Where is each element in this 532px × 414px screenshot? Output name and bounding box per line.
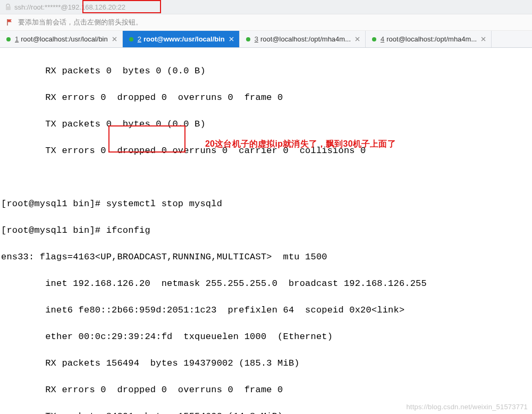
terminal-line: TX packets 0 bytes 0 (0.0 B) — [1, 117, 531, 131]
svg-rect-0 — [6, 6, 11, 10]
tab-label: root@localhost:/usr/local/bin — [21, 35, 108, 43]
session-tab-3[interactable]: 3 root@localhost:/opt/mha4m... — [240, 31, 366, 47]
session-tab-4[interactable]: 4 root@localhost:/opt/mha4m... — [366, 31, 492, 47]
terminal-line: ether 00:0c:29:39:24:fd txqueuelen 1000 … — [1, 330, 531, 343]
tab-bar: 1 root@localhost:/usr/local/bin 2 root@w… — [0, 31, 532, 48]
terminal-output[interactable]: RX packets 0 bytes 0 (0.0 B) RX errors 0… — [0, 48, 532, 414]
tab-label: root@localhost:/opt/mha4m... — [260, 35, 351, 43]
close-icon[interactable] — [112, 37, 117, 41]
close-icon[interactable] — [355, 37, 360, 41]
status-dot-icon — [6, 37, 11, 41]
tab-label: root@localhost:/opt/mha4m... — [386, 35, 477, 43]
tab-number: 2 — [138, 35, 141, 43]
hint-text: 要添加当前会话，点击左侧的箭头按钮。 — [18, 18, 142, 27]
tab-number: 3 — [255, 35, 258, 43]
tab-number: 4 — [381, 35, 384, 43]
session-tab-1[interactable]: 1 root@localhost:/usr/local/bin — [0, 31, 123, 47]
annotation-text: 20这台机子的虚拟ip就消失了，飘到30机子上面了 — [205, 137, 396, 150]
flag-icon — [6, 19, 14, 26]
terminal-line: [root@mysql1 bin]# systemctl stop mysqld — [1, 197, 531, 210]
terminal-line: RX packets 0 bytes 0 (0.0 B) — [1, 64, 531, 78]
address-url[interactable]: ssh://root:******@192.168.126.20:22 — [14, 3, 125, 11]
terminal-line: RX packets 156494 bytes 194379002 (185.3… — [1, 357, 531, 370]
terminal-line: RX errors 0 dropped 0 overruns 0 frame 0 — [1, 91, 531, 104]
close-icon[interactable] — [481, 37, 486, 41]
terminal-line: [root@mysql1 bin]# ifconfig — [1, 224, 531, 237]
status-dot-icon — [129, 37, 133, 41]
close-icon[interactable] — [229, 37, 234, 41]
terminal-line: ens33: flags=4163<UP,BROADCAST,RUNNING,M… — [1, 250, 531, 264]
tab-number: 1 — [15, 35, 19, 43]
hint-bar: 要添加当前会话，点击左侧的箭头按钮。 — [0, 14, 532, 31]
terminal-line: inet6 fe80::2b66:959d:2051:1c23 prefixle… — [1, 303, 531, 317]
session-tab-2[interactable]: 2 root@www:/usr/local/bin — [123, 31, 240, 47]
terminal-line: inet 192.168.126.20 netmask 255.255.255.… — [1, 277, 531, 290]
watermark: https://blog.csdn.net/weixin_51573771 — [406, 403, 528, 411]
status-dot-icon — [246, 37, 250, 41]
tab-label: root@www:/usr/local/bin — [143, 35, 225, 43]
terminal-line — [1, 171, 531, 184]
lock-icon — [5, 4, 11, 11]
terminal-line: RX errors 0 dropped 0 overruns 0 frame 0 — [1, 383, 531, 396]
status-dot-icon — [372, 37, 376, 41]
address-bar: ssh://root:******@192.168.126.20:22 — [0, 0, 532, 14]
